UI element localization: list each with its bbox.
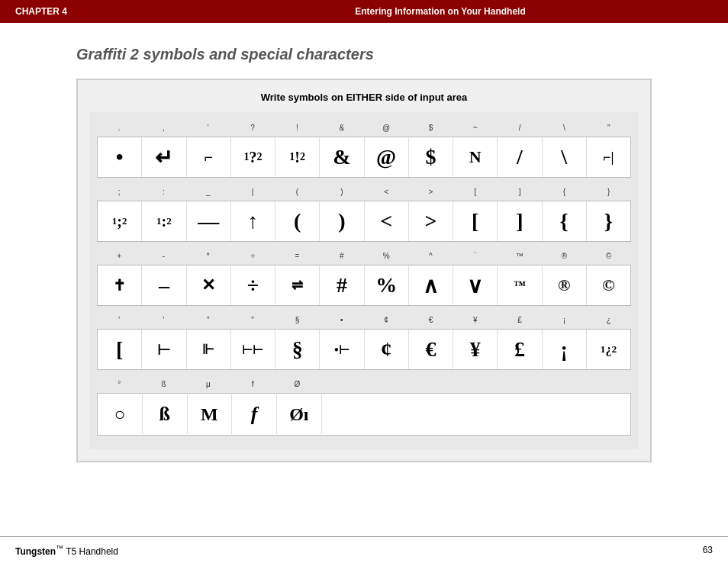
glyph-cell: # bbox=[320, 265, 364, 305]
glyph-cell bbox=[322, 394, 366, 434]
page-number: 63 bbox=[703, 545, 713, 555]
glyph-cell: •⊢ bbox=[320, 330, 364, 369]
glyph-cell: N bbox=[453, 137, 498, 177]
glyph-cell: ✝ bbox=[98, 265, 142, 305]
label-cell: ' bbox=[186, 124, 230, 132]
page-title: Entering Information on Your Handheld bbox=[168, 6, 713, 17]
label-row-1: . , ' ? ! & @ $ ~ / \ " bbox=[97, 120, 631, 135]
glyph-cell: 1?2 bbox=[231, 137, 275, 177]
glyph-cell: ⌐| bbox=[587, 137, 630, 177]
glyph-cell: ¥ bbox=[453, 330, 498, 369]
label-cell: ' bbox=[97, 316, 141, 324]
glyph-cell: ÷ bbox=[231, 265, 275, 305]
glyph-row-3: ✝ – ✕ ÷ ⇌ # % ∧ ∨ ™ ® © bbox=[97, 265, 631, 306]
glyph-cell: ✕ bbox=[187, 265, 231, 305]
footer-brand: Tungsten™ T5 Handheld bbox=[15, 544, 118, 557]
label-cell: ¿ bbox=[587, 316, 631, 324]
label-cell: ' bbox=[141, 316, 185, 324]
label-cell: % bbox=[364, 252, 408, 260]
label-cell: ; bbox=[97, 188, 141, 196]
label-cell: ß bbox=[141, 380, 185, 388]
glyph-cell: ⌐ bbox=[187, 137, 231, 177]
glyph-row-1: • ↵ ⌐ 1?2 1!2 & @ $ N / \ ⌐| bbox=[97, 137, 631, 178]
label-cell: { bbox=[542, 188, 586, 196]
label-cell: # bbox=[320, 252, 364, 260]
label-cell: " bbox=[587, 124, 631, 132]
label-cell: ) bbox=[320, 188, 364, 196]
glyph-row-5: ○ ß M f Øı bbox=[97, 393, 631, 436]
glyph-cell: — bbox=[187, 201, 231, 241]
glyph-row-4: [ ⊢ ⊩ ⊢⊢ § •⊢ ¢ € ¥ £ ¡ 1¿2 bbox=[97, 329, 631, 370]
label-cell: £ bbox=[498, 316, 542, 324]
label-cell: : bbox=[141, 188, 185, 196]
label-cell: © bbox=[587, 252, 631, 260]
label-cell: / bbox=[498, 124, 542, 132]
glyph-cell: ⊩ bbox=[187, 330, 231, 369]
glyph-cell: € bbox=[409, 330, 453, 369]
glyph-cell: £ bbox=[498, 330, 542, 369]
glyph-cell: ⊢⊢ bbox=[231, 330, 275, 369]
glyph-cell: f bbox=[232, 394, 277, 434]
glyph-cell: ® bbox=[543, 265, 587, 305]
label-cell: > bbox=[408, 188, 453, 196]
glyph-row-2: 1;2 1:2 — ↑ ( ) < > [ ] { } bbox=[97, 201, 631, 242]
table-header: Write symbols on EITHER side of input ar… bbox=[89, 92, 639, 103]
glyph-cell: } bbox=[587, 201, 630, 241]
label-cell: ^ bbox=[408, 252, 453, 260]
glyph-cell: M bbox=[188, 394, 233, 434]
glyph-cell: < bbox=[365, 201, 409, 241]
label-row-2: ; : _ | ( ) < > [ ] { } bbox=[97, 184, 631, 199]
glyph-cell: [ bbox=[98, 330, 142, 369]
label-cell: ¡ bbox=[542, 316, 586, 324]
label-cell: + bbox=[97, 252, 141, 260]
glyph-cell bbox=[454, 394, 498, 434]
glyph-cell: > bbox=[409, 201, 453, 241]
model-name: T5 Handheld bbox=[66, 546, 118, 557]
label-cell: = bbox=[275, 252, 319, 260]
glyph-cell: ∨ bbox=[453, 265, 498, 305]
glyph-cell: – bbox=[142, 265, 186, 305]
glyph-cell: 1¿2 bbox=[587, 330, 630, 369]
glyph-cell bbox=[366, 394, 411, 434]
label-cell: ¢ bbox=[364, 316, 408, 324]
label-row-3: + - * ÷ = # % ^ ` ™ ® © bbox=[97, 248, 631, 263]
label-cell: $ bbox=[408, 124, 453, 132]
glyph-cell: ¡ bbox=[543, 330, 587, 369]
glyph-cell: ∧ bbox=[409, 265, 453, 305]
glyph-cell: $ bbox=[409, 137, 453, 177]
glyph-cell: ] bbox=[498, 201, 542, 241]
main-content: Graffiti 2 symbols and special character… bbox=[0, 23, 728, 485]
label-row-5: ° ß μ f Ø bbox=[97, 376, 631, 391]
glyph-cell bbox=[410, 394, 454, 434]
brand-name: Tungsten bbox=[15, 546, 56, 557]
label-cell: } bbox=[587, 188, 631, 196]
label-cell: ? bbox=[230, 124, 275, 132]
footer: Tungsten™ T5 Handheld 63 bbox=[0, 536, 728, 563]
label-cell: _ bbox=[186, 188, 230, 196]
glyph-cell: @ bbox=[365, 137, 409, 177]
glyph-cell: 1!2 bbox=[275, 137, 320, 177]
glyph-cell: & bbox=[320, 137, 364, 177]
label-cell: [ bbox=[453, 188, 498, 196]
label-cell: | bbox=[230, 188, 275, 196]
label-cell: ] bbox=[498, 188, 542, 196]
glyph-cell: \ bbox=[543, 137, 587, 177]
glyph-cell: ○ bbox=[98, 394, 143, 434]
label-cell: ÷ bbox=[230, 252, 275, 260]
symbol-table-container: Write symbols on EITHER side of input ar… bbox=[76, 79, 652, 462]
glyph-cell bbox=[498, 394, 543, 434]
label-cell: ° bbox=[97, 380, 141, 388]
label-cell: f bbox=[230, 380, 275, 388]
label-cell: < bbox=[364, 188, 408, 196]
label-cell: * bbox=[186, 252, 230, 260]
glyph-cell: [ bbox=[453, 201, 498, 241]
label-cell: ™ bbox=[498, 252, 542, 260]
label-cell: μ bbox=[186, 380, 230, 388]
glyph-cell: ( bbox=[275, 201, 320, 241]
glyph-cell: % bbox=[365, 265, 409, 305]
label-cell: Ø bbox=[275, 380, 319, 388]
label-cell: " bbox=[230, 316, 275, 324]
label-cell: - bbox=[141, 252, 185, 260]
glyph-cell: ⊢ bbox=[142, 330, 186, 369]
label-cell: ¥ bbox=[453, 316, 498, 324]
